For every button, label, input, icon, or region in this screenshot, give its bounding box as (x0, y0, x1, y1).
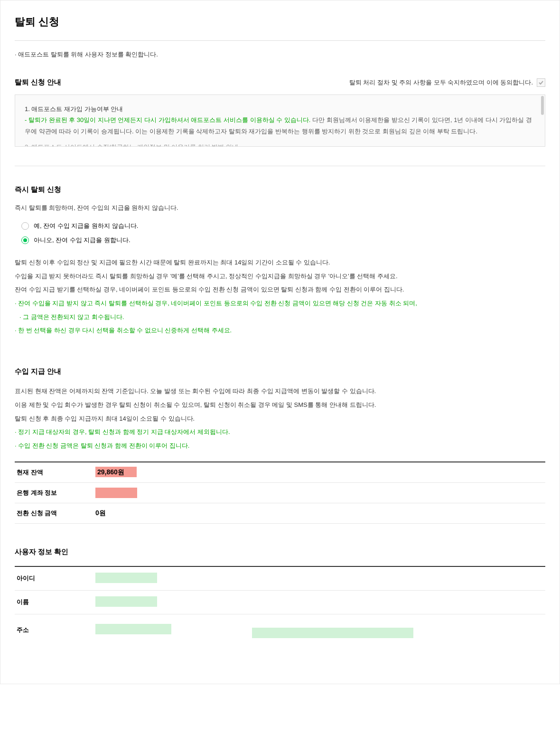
bank-row: 은행 계좌 정보 (15, 483, 545, 503)
id-row: 아이디 (15, 567, 545, 591)
balance-row: 현재 잔액 29,860원 (15, 462, 545, 483)
notice-line-1: 1. 애드포스트 재가입 가능여부 안내 (25, 104, 535, 114)
payout-g1: 정기 지급 대상자의 경우, 탈퇴 신청과 함께 정기 지급 대상자에서 제외됩… (15, 426, 545, 438)
consent-checkbox[interactable] (537, 78, 545, 87)
bank-value-redacted (95, 489, 137, 497)
addr-label: 주소 (15, 626, 95, 634)
id-value-redacted (95, 573, 157, 584)
notice-body-1: - 탈퇴가 완료된 후 30일이 지나면 언제든지 다시 가입하셔서 애드포스트… (25, 114, 535, 137)
divider (15, 166, 545, 166)
immediate-p3: 잔여 수입 지급 받기를 선택하실 경우, 네이버페이 포인트 등으로의 수입 … (15, 284, 545, 296)
name-label: 이름 (15, 598, 95, 606)
consent-label: 탈퇴 처리 절차 및 주의 사항을 모두 숙지하였으며 이에 동의합니다. (349, 78, 533, 87)
immediate-p2: 수입을 지급 받지 못하더라도 즉시 탈퇴를 희망하실 경우 '예'를 선택해 … (15, 271, 545, 283)
payout-table: 현재 잔액 29,860원 은행 계좌 정보 전환 신청 금액 0원 (15, 461, 545, 524)
transfer-row: 전환 신청 금액 0원 (15, 503, 545, 524)
consent-row[interactable]: 탈퇴 처리 절차 및 주의 사항을 모두 숙지하였으며 이에 동의합니다. (349, 78, 545, 87)
name-row: 이름 (15, 591, 545, 614)
bank-label: 은행 계좌 정보 (15, 489, 95, 497)
immediate-subtitle: 즉시 탈퇴를 희망하며, 잔여 수입의 지급을 원하지 않습니다. (15, 204, 545, 212)
addr-value-redacted (95, 624, 171, 636)
payout-p1: 표시된 현재 잔액은 어제까지의 잔액 기준입니다. 오늘 발생 또는 회수된 … (15, 386, 545, 397)
transfer-value: 0원 (95, 509, 106, 518)
balance-label: 현재 잔액 (15, 468, 95, 477)
immediate-title: 즉시 탈퇴 신청 (15, 185, 545, 194)
name-value-redacted (95, 596, 157, 608)
radio-no-label: 아니오, 잔여 수입 지급을 원합니다. (34, 236, 131, 245)
immediate-g1b: 그 금액은 전환되지 않고 회수됩니다. (15, 311, 545, 323)
radio-icon (21, 222, 29, 230)
id-label: 아이디 (15, 574, 95, 583)
user-title: 사용자 정보 확인 (15, 547, 545, 556)
notice-line-2: 2. 애드포스트 사이트에서 수집/취급하는 개인정보 및 이용기록 처리 방법… (25, 141, 535, 147)
radio-yes[interactable]: 예, 잔여 수입 지급을 원하지 않습니다. (21, 222, 545, 230)
payout-title: 수입 지급 안내 (15, 367, 545, 376)
payout-p2: 이용 제한 및 수입 회수가 발생한 경우 탈퇴 신청이 취소될 수 있으며, … (15, 399, 545, 411)
radio-group: 예, 잔여 수입 지급을 원하지 않습니다. 아니오, 잔여 수입 지급을 원합… (21, 222, 545, 245)
transfer-label: 전환 신청 금액 (15, 509, 95, 518)
addr-row: 주소 (15, 614, 545, 646)
notice-scrollbox[interactable]: 1. 애드포스트 재가입 가능여부 안내 - 탈퇴가 완료된 후 30일이 지나… (15, 94, 545, 147)
immediate-g1a: 잔여 수입을 지급 받지 않고 즉시 탈퇴를 선택하실 경우, 네이버페이 포인… (15, 298, 545, 310)
page-title: 탈퇴 신청 (15, 15, 545, 41)
radio-icon (21, 236, 29, 244)
scrollbar-thumb[interactable] (541, 96, 544, 115)
balance-value: 29,860원 (95, 468, 137, 477)
guide-title: 탈퇴 신청 안내 (15, 78, 61, 87)
user-table: 아이디 이름 주소 (15, 566, 545, 646)
immediate-p1: 탈퇴 신청 이후 수입의 정산 및 지급에 필요한 시간 때문에 탈퇴 완료까지… (15, 257, 545, 269)
radio-no[interactable]: 아니오, 잔여 수입 지급을 원합니다. (21, 236, 545, 245)
payout-g2: 수입 전환 신청 금액은 탈퇴 신청과 함께 전환이 이루어 집니다. (15, 440, 545, 452)
intro-note: 애드포스트 탈퇴를 위해 사용자 정보를 확인합니다. (15, 50, 545, 59)
immediate-g2: 한 번 선택을 하신 경우 다시 선택을 취소할 수 없으니 신중하게 선택해 … (15, 325, 545, 337)
payout-p3: 탈퇴 신청 후 최종 수입 지급까지 최대 14일이 소요될 수 있습니다. (15, 413, 545, 425)
addr-value2-redacted (252, 628, 413, 640)
radio-yes-label: 예, 잔여 수입 지급을 원하지 않습니다. (34, 222, 138, 230)
